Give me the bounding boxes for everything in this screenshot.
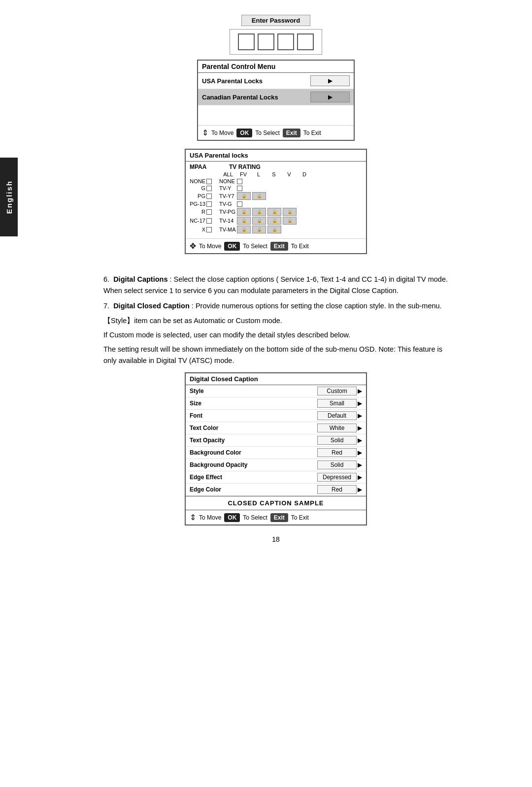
dcc-font-value: Default bbox=[317, 411, 357, 420]
sub-fv: FV bbox=[236, 171, 250, 177]
password-box-2[interactable] bbox=[258, 33, 274, 50]
usa-exit-button[interactable]: Exit bbox=[270, 242, 288, 251]
mpaa-none-checkbox[interactable] bbox=[206, 179, 212, 184]
text-section: 6. Digital Captions : Select the close c… bbox=[103, 269, 448, 372]
usa-locks-inner: MPAA TV RATING ALL FV L S V D N bbox=[186, 162, 366, 236]
password-box-3[interactable] bbox=[277, 33, 294, 50]
tv-14: TV-14 🔒 🔒 🔒 🔒 bbox=[219, 217, 362, 225]
mpaa-g-checkbox[interactable] bbox=[206, 186, 212, 191]
tv-g-checkbox[interactable] bbox=[237, 201, 242, 207]
dcc-row-edge-color[interactable]: Edge Color Red ▶ bbox=[186, 484, 366, 496]
dcc-style-value-wrap: Custom ▶ bbox=[298, 387, 362, 395]
mpaa-pg-checkbox[interactable] bbox=[206, 194, 212, 199]
dcc-style-value: Custom bbox=[317, 387, 357, 395]
move-label: To Move bbox=[211, 130, 233, 136]
tv-14-cell-2: 🔒 bbox=[252, 217, 266, 225]
mpaa-r-checkbox[interactable] bbox=[206, 209, 212, 215]
tv-14-cells: 🔒 🔒 🔒 🔒 bbox=[237, 217, 297, 225]
mpaa-header: MPAA bbox=[190, 164, 219, 170]
password-section: Enter Password bbox=[230, 15, 322, 55]
exit-button[interactable]: Exit bbox=[283, 129, 300, 137]
mpaa-nc17-checkbox[interactable] bbox=[206, 218, 212, 224]
custom-note: If Custom mode is selected, user can mod… bbox=[103, 329, 448, 341]
sub-l: L bbox=[252, 171, 266, 177]
sub-d: D bbox=[298, 171, 311, 177]
dcc-row-bg-opacity[interactable]: Background Opacity Solid ▶ bbox=[186, 459, 366, 471]
usa-ok-button[interactable]: OK bbox=[224, 242, 240, 251]
dcc-size-arrow: ▶ bbox=[358, 400, 362, 407]
dcc-row-text-opacity[interactable]: Text Opacity Solid ▶ bbox=[186, 434, 366, 447]
usa-select-label: To Select bbox=[243, 243, 267, 250]
dcc-style-label: Style bbox=[190, 388, 259, 394]
canadian-parental-locks-row[interactable]: Canadian Parental Locks ▶ bbox=[198, 89, 354, 105]
dcc-exit-label: To Exit bbox=[291, 514, 309, 521]
tv-ma-cell-1: 🔒 bbox=[237, 226, 251, 233]
tv-y7-cell-2: 🔒 bbox=[252, 192, 266, 200]
tv-y7: TV-Y7 🔒 🔒 bbox=[219, 192, 362, 200]
usa-locks-header: MPAA TV RATING bbox=[190, 164, 362, 170]
password-box-4[interactable] bbox=[297, 33, 314, 50]
dcc-edge-effect-arrow: ▶ bbox=[358, 474, 362, 481]
dcc-row-edge-effect[interactable]: Edge Effect Depressed ▶ bbox=[186, 471, 366, 484]
dcc-text-color-value: White bbox=[317, 424, 357, 432]
dcc-row-size[interactable]: Size Small ▶ bbox=[186, 397, 366, 410]
dcc-wrapper: Digital Closed Caption Style Custom ▶ Si… bbox=[103, 372, 448, 530]
tv-y-checkbox[interactable] bbox=[237, 186, 242, 191]
mpaa-none: NONE bbox=[190, 178, 219, 184]
dcc-edge-color-value-wrap: Red ▶ bbox=[298, 485, 362, 494]
mpaa-pg13: PG-13 bbox=[190, 201, 219, 207]
move-icon: ⇕ bbox=[202, 128, 208, 137]
dcc-row-style[interactable]: Style Custom ▶ bbox=[186, 385, 366, 397]
dcc-row-font[interactable]: Font Default ▶ bbox=[186, 410, 366, 422]
parental-menu-title: Parental Control Menu bbox=[198, 61, 354, 73]
dcc-size-value-wrap: Small ▶ bbox=[298, 399, 362, 408]
lock-row-r: R TV-PG 🔒 🔒 🔒 🔒 bbox=[190, 208, 362, 216]
tv-none: NONE bbox=[219, 178, 362, 184]
sub-v: V bbox=[282, 171, 296, 177]
mpaa-x: X bbox=[190, 227, 219, 232]
sidebar-label: English bbox=[5, 180, 13, 214]
tv-ma-cells: 🔒 🔒 🔒 bbox=[237, 226, 281, 233]
tv-14-cell-4: 🔒 bbox=[283, 217, 297, 225]
mpaa-nc17: NC-17 bbox=[190, 218, 219, 224]
dcc-title: Digital Closed Caption bbox=[186, 373, 366, 385]
style-note: 【Style】item can be set as Automatic or C… bbox=[103, 315, 448, 327]
dcc-text-color-value-wrap: White ▶ bbox=[298, 424, 362, 432]
lock-row-nc17: NC-17 TV-14 🔒 🔒 🔒 🔒 bbox=[190, 217, 362, 225]
mpaa-g: G bbox=[190, 185, 219, 191]
lock-row-pg: PG TV-Y7 🔒 🔒 bbox=[190, 192, 362, 200]
tv-pg: TV-PG 🔒 🔒 🔒 🔒 bbox=[219, 208, 362, 216]
canadian-parental-locks-arrow[interactable]: ▶ bbox=[310, 92, 350, 102]
dcc-font-arrow: ▶ bbox=[358, 412, 362, 419]
dcc-bg-opacity-value: Solid bbox=[317, 460, 357, 469]
tv-y: TV-Y bbox=[219, 185, 362, 191]
item6-bold: Digital Captions bbox=[113, 275, 167, 283]
usa-parental-locks-row[interactable]: USA Parental Locks ▶ bbox=[198, 73, 354, 89]
dcc-edge-color-value: Red bbox=[317, 485, 357, 494]
parental-menu-nav: ⇕ To Move OK To Select Exit To Exit bbox=[198, 125, 354, 140]
tv-none-checkbox[interactable] bbox=[237, 179, 242, 184]
dcc-bg-color-value: Red bbox=[317, 448, 357, 457]
tv-pg-cell-4: 🔒 bbox=[283, 208, 297, 216]
tv-pg-cell-2: 🔒 bbox=[252, 208, 266, 216]
dcc-edge-color-label: Edge Color bbox=[190, 486, 259, 493]
ok-button[interactable]: OK bbox=[236, 129, 252, 137]
dcc-edge-effect-label: Edge Effect bbox=[190, 474, 259, 481]
tv-ma-cell-3: 🔒 bbox=[267, 226, 281, 233]
mpaa-x-checkbox[interactable] bbox=[206, 227, 212, 232]
select-label: To Select bbox=[255, 130, 279, 136]
dcc-size-value: Small bbox=[317, 399, 357, 408]
dcc-text-color-label: Text Color bbox=[190, 425, 259, 431]
dcc-ok-button[interactable]: OK bbox=[224, 513, 240, 522]
tv-14-cell-3: 🔒 bbox=[267, 217, 281, 225]
dcc-bg-color-arrow: ▶ bbox=[358, 449, 362, 456]
password-box-1[interactable] bbox=[238, 33, 255, 50]
dcc-bg-opacity-label: Background Opacity bbox=[190, 461, 259, 468]
usa-parental-locks-arrow[interactable]: ▶ bbox=[310, 75, 350, 86]
lock-row-g: G TV-Y bbox=[190, 185, 362, 191]
dcc-row-text-color[interactable]: Text Color White ▶ bbox=[186, 422, 366, 434]
usa-parental-locks-label: USA Parental Locks bbox=[202, 77, 263, 85]
dcc-row-bg-color[interactable]: Background Color Red ▶ bbox=[186, 447, 366, 459]
mpaa-pg13-checkbox[interactable] bbox=[206, 201, 212, 207]
dcc-exit-button[interactable]: Exit bbox=[270, 513, 288, 522]
